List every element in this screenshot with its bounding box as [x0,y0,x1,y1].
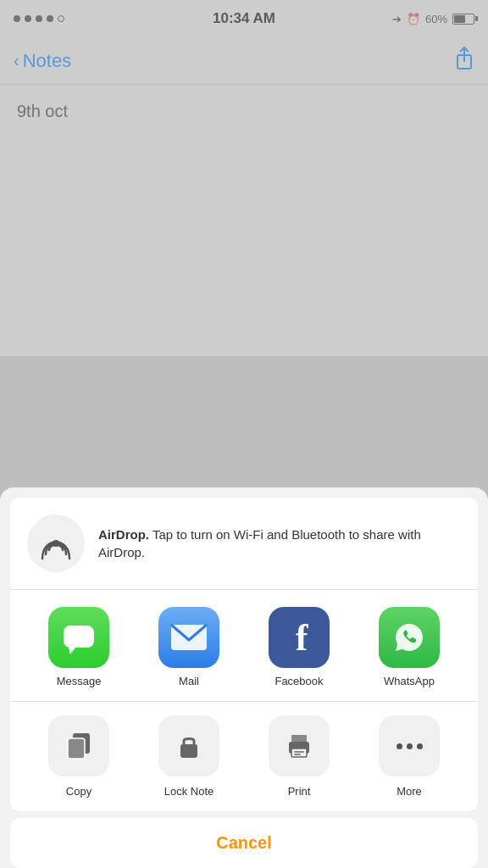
apps-row: Message Mail f Facebook [24,607,464,687]
airdrop-icon-wrap [27,515,85,572]
mail-envelope-icon [169,623,208,652]
airdrop-title: AirDrop. [98,527,149,542]
lock-note-icon-wrap [158,715,219,776]
message-label: Message [57,675,102,687]
print-label: Print [288,785,311,798]
share-panel: AirDrop. Tap to turn on Wi-Fi and Blueto… [0,487,488,868]
print-icon [283,730,315,762]
dot-b [407,743,413,749]
facebook-f-icon: f [296,616,308,659]
svg-rect-13 [294,754,301,755]
whatsapp-phone-icon [391,619,428,656]
svg-rect-12 [294,751,304,753]
facebook-app-icon: f [269,607,330,668]
cancel-section: Cancel [10,818,478,868]
facebook-label: Facebook [274,675,323,687]
copy-icon [63,730,95,762]
app-item-message[interactable]: Message [48,607,109,687]
svg-rect-10 [291,735,307,742]
airdrop-icon [37,525,75,562]
action-item-lock-note[interactable]: Lock Note [158,715,219,798]
actions-section: Copy Lock Note [10,702,478,811]
airdrop-description: AirDrop. Tap to turn on Wi-Fi and Blueto… [98,526,461,561]
svg-rect-7 [68,738,85,759]
whatsapp-label: WhatsApp [384,675,435,687]
more-dots-icon [396,743,423,749]
action-item-copy[interactable]: Copy [48,715,109,798]
airdrop-section[interactable]: AirDrop. Tap to turn on Wi-Fi and Blueto… [10,498,478,590]
svg-rect-3 [64,626,94,648]
svg-rect-8 [180,744,197,758]
mail-label: Mail [179,675,199,687]
print-icon-wrap [269,715,330,776]
more-label: More [396,785,422,798]
cancel-button[interactable]: Cancel [10,818,478,868]
svg-marker-4 [69,648,75,654]
app-item-mail[interactable]: Mail [158,607,219,687]
share-sheet: AirDrop. Tap to turn on Wi-Fi and Blueto… [0,487,488,868]
more-icon-wrap [379,715,440,776]
copy-icon-wrap [48,715,109,776]
action-item-more[interactable]: More [379,715,440,798]
mail-app-icon [158,607,219,668]
lock-note-label: Lock Note [164,785,214,798]
message-app-icon [48,607,109,668]
copy-label: Copy [66,785,92,798]
action-item-print[interactable]: Print [269,715,330,798]
dot-c [417,743,423,749]
message-bubble-icon [60,619,97,656]
dot-a [396,743,402,749]
actions-row: Copy Lock Note [24,715,464,798]
app-item-facebook[interactable]: f Facebook [269,607,330,687]
apps-section: Message Mail f Facebook [10,590,478,702]
app-item-whatsapp[interactable]: WhatsApp [379,607,440,687]
whatsapp-app-icon [379,607,440,668]
lock-icon [173,730,205,762]
